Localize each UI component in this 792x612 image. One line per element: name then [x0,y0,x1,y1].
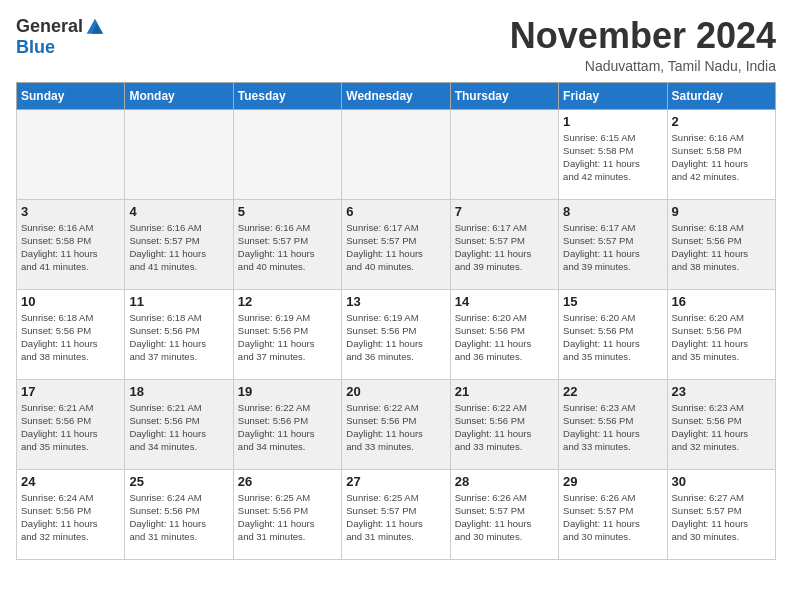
day-number: 13 [346,294,445,309]
day-info: Sunrise: 6:15 AM Sunset: 5:58 PM Dayligh… [563,131,662,184]
calendar-cell: 18Sunrise: 6:21 AM Sunset: 5:56 PM Dayli… [125,379,233,469]
calendar-cell: 10Sunrise: 6:18 AM Sunset: 5:56 PM Dayli… [17,289,125,379]
day-number: 20 [346,384,445,399]
day-info: Sunrise: 6:20 AM Sunset: 5:56 PM Dayligh… [672,311,771,364]
day-number: 9 [672,204,771,219]
weekday-header-friday: Friday [559,82,667,109]
day-info: Sunrise: 6:21 AM Sunset: 5:56 PM Dayligh… [21,401,120,454]
day-info: Sunrise: 6:20 AM Sunset: 5:56 PM Dayligh… [563,311,662,364]
day-number: 7 [455,204,554,219]
day-info: Sunrise: 6:19 AM Sunset: 5:56 PM Dayligh… [238,311,337,364]
calendar-cell [125,109,233,199]
day-info: Sunrise: 6:20 AM Sunset: 5:56 PM Dayligh… [455,311,554,364]
weekday-header-wednesday: Wednesday [342,82,450,109]
calendar-week-row: 24Sunrise: 6:24 AM Sunset: 5:56 PM Dayli… [17,469,776,559]
weekday-header-saturday: Saturday [667,82,775,109]
day-number: 18 [129,384,228,399]
day-number: 28 [455,474,554,489]
day-info: Sunrise: 6:27 AM Sunset: 5:57 PM Dayligh… [672,491,771,544]
day-info: Sunrise: 6:18 AM Sunset: 5:56 PM Dayligh… [672,221,771,274]
calendar-cell: 3Sunrise: 6:16 AM Sunset: 5:58 PM Daylig… [17,199,125,289]
calendar-cell [342,109,450,199]
calendar-cell: 27Sunrise: 6:25 AM Sunset: 5:57 PM Dayli… [342,469,450,559]
day-number: 30 [672,474,771,489]
calendar-week-row: 3Sunrise: 6:16 AM Sunset: 5:58 PM Daylig… [17,199,776,289]
day-number: 14 [455,294,554,309]
weekday-header-monday: Monday [125,82,233,109]
calendar-cell: 4Sunrise: 6:16 AM Sunset: 5:57 PM Daylig… [125,199,233,289]
day-number: 24 [21,474,120,489]
calendar-week-row: 10Sunrise: 6:18 AM Sunset: 5:56 PM Dayli… [17,289,776,379]
day-info: Sunrise: 6:17 AM Sunset: 5:57 PM Dayligh… [346,221,445,274]
logo-icon [85,17,105,37]
day-info: Sunrise: 6:26 AM Sunset: 5:57 PM Dayligh… [563,491,662,544]
day-number: 15 [563,294,662,309]
logo-blue-text: Blue [16,37,55,57]
calendar-table: SundayMondayTuesdayWednesdayThursdayFrid… [16,82,776,560]
day-info: Sunrise: 6:22 AM Sunset: 5:56 PM Dayligh… [346,401,445,454]
calendar-cell [450,109,558,199]
day-info: Sunrise: 6:16 AM Sunset: 5:58 PM Dayligh… [672,131,771,184]
day-number: 5 [238,204,337,219]
weekday-header-sunday: Sunday [17,82,125,109]
day-number: 22 [563,384,662,399]
day-number: 12 [238,294,337,309]
day-number: 11 [129,294,228,309]
calendar-cell: 26Sunrise: 6:25 AM Sunset: 5:56 PM Dayli… [233,469,341,559]
calendar-cell: 7Sunrise: 6:17 AM Sunset: 5:57 PM Daylig… [450,199,558,289]
day-info: Sunrise: 6:22 AM Sunset: 5:56 PM Dayligh… [455,401,554,454]
day-info: Sunrise: 6:21 AM Sunset: 5:56 PM Dayligh… [129,401,228,454]
calendar-cell: 11Sunrise: 6:18 AM Sunset: 5:56 PM Dayli… [125,289,233,379]
day-info: Sunrise: 6:25 AM Sunset: 5:57 PM Dayligh… [346,491,445,544]
day-number: 16 [672,294,771,309]
day-number: 27 [346,474,445,489]
day-number: 25 [129,474,228,489]
calendar-cell: 12Sunrise: 6:19 AM Sunset: 5:56 PM Dayli… [233,289,341,379]
header: General Blue November 2024 Naduvattam, T… [16,16,776,74]
calendar-cell [17,109,125,199]
day-info: Sunrise: 6:17 AM Sunset: 5:57 PM Dayligh… [563,221,662,274]
calendar-cell: 16Sunrise: 6:20 AM Sunset: 5:56 PM Dayli… [667,289,775,379]
calendar-cell: 24Sunrise: 6:24 AM Sunset: 5:56 PM Dayli… [17,469,125,559]
day-number: 6 [346,204,445,219]
month-title: November 2024 [510,16,776,56]
day-number: 10 [21,294,120,309]
day-info: Sunrise: 6:24 AM Sunset: 5:56 PM Dayligh… [21,491,120,544]
day-number: 29 [563,474,662,489]
day-info: Sunrise: 6:19 AM Sunset: 5:56 PM Dayligh… [346,311,445,364]
day-number: 21 [455,384,554,399]
day-info: Sunrise: 6:23 AM Sunset: 5:56 PM Dayligh… [563,401,662,454]
calendar-cell: 21Sunrise: 6:22 AM Sunset: 5:56 PM Dayli… [450,379,558,469]
day-info: Sunrise: 6:16 AM Sunset: 5:57 PM Dayligh… [129,221,228,274]
logo-general-text: General [16,16,83,37]
calendar-cell: 5Sunrise: 6:16 AM Sunset: 5:57 PM Daylig… [233,199,341,289]
calendar-cell: 13Sunrise: 6:19 AM Sunset: 5:56 PM Dayli… [342,289,450,379]
day-info: Sunrise: 6:22 AM Sunset: 5:56 PM Dayligh… [238,401,337,454]
day-number: 4 [129,204,228,219]
day-number: 26 [238,474,337,489]
day-info: Sunrise: 6:23 AM Sunset: 5:56 PM Dayligh… [672,401,771,454]
calendar-cell [233,109,341,199]
weekday-header-thursday: Thursday [450,82,558,109]
day-number: 8 [563,204,662,219]
calendar-cell: 23Sunrise: 6:23 AM Sunset: 5:56 PM Dayli… [667,379,775,469]
day-info: Sunrise: 6:26 AM Sunset: 5:57 PM Dayligh… [455,491,554,544]
day-number: 3 [21,204,120,219]
calendar-cell: 14Sunrise: 6:20 AM Sunset: 5:56 PM Dayli… [450,289,558,379]
weekday-header-row: SundayMondayTuesdayWednesdayThursdayFrid… [17,82,776,109]
calendar-cell: 22Sunrise: 6:23 AM Sunset: 5:56 PM Dayli… [559,379,667,469]
location-subtitle: Naduvattam, Tamil Nadu, India [510,58,776,74]
calendar-cell: 2Sunrise: 6:16 AM Sunset: 5:58 PM Daylig… [667,109,775,199]
calendar-cell: 6Sunrise: 6:17 AM Sunset: 5:57 PM Daylig… [342,199,450,289]
calendar-cell: 20Sunrise: 6:22 AM Sunset: 5:56 PM Dayli… [342,379,450,469]
calendar-cell: 19Sunrise: 6:22 AM Sunset: 5:56 PM Dayli… [233,379,341,469]
day-info: Sunrise: 6:25 AM Sunset: 5:56 PM Dayligh… [238,491,337,544]
day-number: 19 [238,384,337,399]
day-info: Sunrise: 6:16 AM Sunset: 5:57 PM Dayligh… [238,221,337,274]
day-info: Sunrise: 6:18 AM Sunset: 5:56 PM Dayligh… [129,311,228,364]
calendar-cell: 9Sunrise: 6:18 AM Sunset: 5:56 PM Daylig… [667,199,775,289]
day-number: 23 [672,384,771,399]
calendar-cell: 28Sunrise: 6:26 AM Sunset: 5:57 PM Dayli… [450,469,558,559]
day-number: 2 [672,114,771,129]
day-info: Sunrise: 6:18 AM Sunset: 5:56 PM Dayligh… [21,311,120,364]
